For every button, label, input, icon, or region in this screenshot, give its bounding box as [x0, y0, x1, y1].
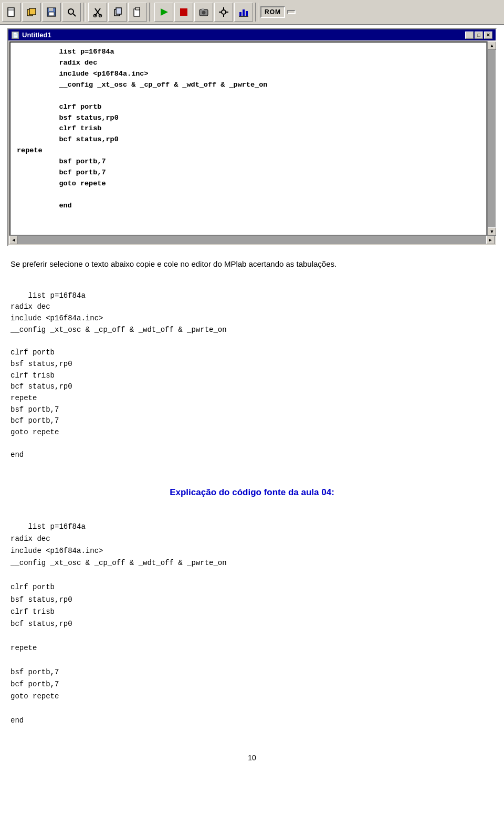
- ide-titlebar: 📄 Untitled1 _ □ ✕: [8, 29, 496, 40]
- close-button[interactable]: ✕: [484, 32, 492, 39]
- svg-rect-25: [219, 12, 221, 13]
- code-line-11: bcf portb,7: [17, 168, 480, 179]
- code-line-12: goto repete: [17, 179, 480, 190]
- section-title: Explicação do código fonte da aula 04:: [10, 485, 494, 499]
- svg-point-20: [202, 11, 206, 15]
- maximize-button[interactable]: □: [475, 32, 483, 39]
- code-line-8: clrf trisb: [17, 123, 480, 134]
- toolbar-btn-stop[interactable]: [174, 3, 193, 22]
- svg-marker-17: [161, 8, 168, 16]
- svg-rect-18: [180, 8, 187, 16]
- plain-code-line-blank: [10, 440, 15, 448]
- plain-code-line-3: include <p16f84a.inc>: [10, 314, 103, 322]
- exp-line-8: bcf status,rp0: [10, 620, 72, 628]
- toolbar-btn-camera[interactable]: [194, 3, 213, 22]
- scroll-up-button[interactable]: ▲: [488, 41, 496, 50]
- exp-line-11: goto repete: [10, 692, 59, 700]
- scroll-right-button[interactable]: ►: [486, 236, 495, 244]
- exp-line-6: bsf status,rp0: [10, 595, 72, 604]
- ide-window-title: Untitled1: [22, 31, 51, 39]
- scroll-track-v[interactable]: [488, 50, 496, 227]
- exp-line-blank2: [10, 632, 15, 640]
- ra-label: [287, 10, 296, 14]
- exp-line-7: clrf trisb: [10, 608, 55, 616]
- exp-line-repete-label: repete: [10, 644, 37, 652]
- toolbar-btn-paste[interactable]: [128, 3, 147, 22]
- code-line-3: include <p16f84a.inc>: [17, 69, 480, 80]
- toolbar-btn-settings[interactable]: [214, 3, 233, 22]
- code-line-2: radix dec: [17, 58, 480, 69]
- code-line-5: [17, 91, 480, 102]
- plain-code-line-10: bsf portb,7: [10, 405, 59, 414]
- svg-rect-23: [223, 7, 224, 9]
- plain-code-line-6: clrf portb: [10, 348, 55, 357]
- plain-code-line-end: end: [10, 451, 24, 459]
- toolbar: ROM: [0, 0, 504, 25]
- code-line-13: [17, 190, 480, 201]
- plain-code-line-8: clrf trisb: [10, 371, 55, 380]
- code-line-1: list p=16f84a: [17, 47, 480, 58]
- plain-code-line-9: bcf status,rp0: [10, 382, 72, 391]
- minimize-button[interactable]: _: [465, 32, 474, 39]
- plain-code-line-repete: repete: [10, 394, 37, 402]
- svg-line-8: [73, 14, 76, 16]
- svg-point-22: [222, 10, 226, 14]
- svg-rect-28: [243, 9, 245, 16]
- svg-rect-21: [202, 8, 204, 10]
- title-left: 📄 Untitled1: [12, 31, 51, 39]
- svg-rect-6: [49, 12, 54, 16]
- code-line-9: bcf status,rp0: [17, 134, 480, 145]
- exp-line-2: radix dec: [10, 535, 50, 543]
- svg-rect-3: [29, 8, 36, 15]
- toolbar-btn-new[interactable]: [2, 3, 21, 22]
- svg-rect-29: [246, 11, 248, 16]
- toolbar-separator-3: [255, 3, 258, 22]
- svg-rect-16: [135, 7, 140, 10]
- exp-line-blank3: [10, 656, 15, 664]
- exp-line-blank4: [10, 704, 15, 713]
- toolbar-btn-chart[interactable]: [234, 3, 253, 22]
- toolbar-btn-search[interactable]: [62, 3, 81, 22]
- vertical-scrollbar[interactable]: ▲ ▼: [487, 41, 496, 236]
- page-number: 10: [10, 752, 494, 769]
- intro-text: Se preferir selecione o texto abaixo cop…: [10, 258, 494, 270]
- rom-label: ROM: [260, 6, 285, 18]
- exp-line-blank1: [10, 571, 15, 579]
- window-icon: 📄: [12, 32, 19, 39]
- toolbar-btn-run[interactable]: [154, 3, 173, 22]
- toolbar-separator-2: [149, 3, 152, 22]
- toolbar-btn-save[interactable]: [42, 3, 61, 22]
- code-line-4: __config _xt_osc & _cp_off & _wdt_off & …: [17, 80, 480, 91]
- explanation-code-block: list p=16f84a radix dec include <p16f84a…: [10, 509, 494, 739]
- scroll-left-button[interactable]: ◄: [9, 236, 18, 244]
- svg-rect-24: [223, 15, 224, 17]
- toolbar-btn-cut[interactable]: [88, 3, 107, 22]
- code-line-repete: repete: [17, 145, 480, 156]
- scroll-down-button[interactable]: ▼: [488, 227, 496, 236]
- ide-code-area[interactable]: list p=16f84a radix dec include <p16f84a…: [9, 41, 487, 236]
- svg-rect-26: [226, 12, 228, 13]
- svg-rect-27: [239, 12, 242, 16]
- toolbar-btn-copy[interactable]: [108, 3, 127, 22]
- plain-code-block: list p=16f84a radix dec include <p16f84a…: [10, 279, 494, 473]
- toolbar-btn-open[interactable]: [22, 3, 41, 22]
- ide-window: 📄 Untitled1 _ □ ✕ list p=16f84a radix de…: [7, 28, 497, 246]
- plain-code-line-2: radix dec: [10, 302, 50, 311]
- scroll-track-h[interactable]: [18, 236, 486, 244]
- plain-code-line-7: bsf status,rp0: [10, 360, 72, 368]
- svg-rect-5: [49, 8, 53, 11]
- exp-line-1: list p=16f84a: [28, 522, 86, 531]
- horizontal-scrollbar[interactable]: ◄ ►: [9, 236, 495, 244]
- exp-line-3: include <p16f84a.inc>: [10, 547, 103, 555]
- exp-line-10: bcf portb,7: [10, 680, 59, 688]
- code-line-7: bsf status,rp0: [17, 113, 480, 124]
- plain-code-line-5: [10, 337, 15, 345]
- exp-line-4: __config _xt_osc & _cp_off & _wdt_off & …: [10, 559, 227, 567]
- plain-code-line-1: list p=16f84a: [28, 291, 86, 300]
- toolbar-separator-1: [83, 3, 86, 22]
- exp-line-9: bsf portb,7: [10, 668, 59, 676]
- code-line-10: bsf portb,7: [17, 156, 480, 168]
- ide-body: list p=16f84a radix dec include <p16f84a…: [8, 40, 496, 236]
- main-content: Se preferir selecione o texto abaixo cop…: [0, 249, 504, 777]
- plain-code-line-11: bcf portb,7: [10, 416, 59, 425]
